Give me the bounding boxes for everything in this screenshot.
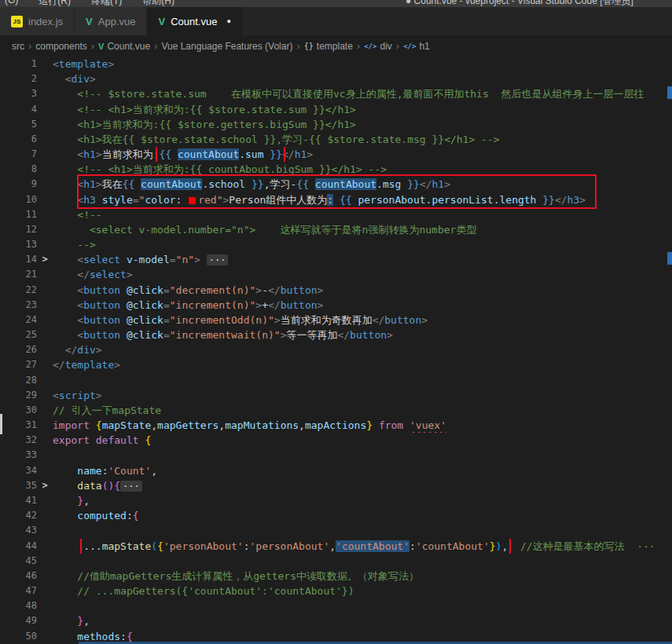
code-line[interactable]: 3 <!-- $store.state.sum 在模板中可以直接使用vc身上的属… bbox=[0, 86, 672, 101]
fold-gutter bbox=[37, 57, 53, 71]
line-number[interactable]: 27 bbox=[0, 357, 37, 372]
code-line[interactable]: 9 <h1>我在{{ countAbout.school }},学习-{{ co… bbox=[0, 177, 672, 192]
code-line[interactable]: 2 <div> bbox=[0, 71, 672, 86]
line-number[interactable]: 49 bbox=[0, 613, 37, 628]
code-line[interactable]: 28 bbox=[0, 373, 672, 388]
line-number[interactable]: 6 bbox=[0, 132, 37, 147]
code-line[interactable]: 30// 引入一下mapState bbox=[0, 403, 672, 418]
breadcrumb-item-vue-language-features-volar-[interactable]: Vue Language Features (Volar) bbox=[161, 41, 292, 52]
code-line[interactable]: 32export default { bbox=[0, 433, 672, 448]
code-line[interactable]: 47 // ...mapGetters({'countAbout':'count… bbox=[0, 584, 672, 598]
breadcrumb-item-div[interactable]: </>div bbox=[364, 41, 392, 52]
code-line[interactable]: 23 <button @click="increment(n)">+</butt… bbox=[0, 298, 672, 313]
line-number[interactable]: 48 bbox=[0, 598, 37, 613]
code-line[interactable]: 13 --> bbox=[0, 237, 672, 252]
line-number[interactable]: 4 bbox=[0, 102, 37, 117]
code-line[interactable]: 41 }, bbox=[0, 493, 672, 508]
fold-chevron-icon[interactable]: > bbox=[37, 478, 53, 493]
menu-item[interactable]: 帮助(H) bbox=[142, 0, 174, 7]
line-number[interactable]: 44 bbox=[0, 539, 37, 554]
code-editor[interactable]: 1<template>2 <div>3 <!-- $store.state.su… bbox=[0, 57, 672, 644]
code-line[interactable]: 21 </select> bbox=[0, 267, 672, 282]
code-token: button bbox=[281, 284, 318, 296]
line-number[interactable]: 3 bbox=[0, 86, 37, 101]
line-number[interactable]: 34 bbox=[0, 463, 37, 478]
line-number[interactable]: 28 bbox=[0, 373, 37, 388]
line-number[interactable]: 7 bbox=[0, 147, 37, 162]
line-number[interactable]: 11 bbox=[0, 207, 37, 222]
code-line[interactable]: 45 bbox=[0, 554, 672, 569]
line-number[interactable]: 46 bbox=[0, 569, 37, 584]
code-line[interactable]: 33 bbox=[0, 448, 672, 463]
line-number[interactable]: 12 bbox=[0, 222, 37, 237]
line-number[interactable]: 45 bbox=[0, 554, 37, 569]
code-line[interactable]: 42 computed:{ bbox=[0, 508, 672, 523]
line-number[interactable]: 42 bbox=[0, 508, 37, 523]
line-number[interactable]: 10 bbox=[0, 192, 37, 207]
code-token bbox=[96, 194, 102, 206]
code-line[interactable]: 14> <select v-model="n"> ··· bbox=[0, 252, 672, 267]
code-token: = bbox=[163, 329, 170, 341]
line-number[interactable]: 43 bbox=[0, 523, 37, 538]
line-number[interactable]: 13 bbox=[0, 237, 37, 252]
breadcrumb-item-h1[interactable]: </>h1 bbox=[403, 41, 430, 52]
line-number[interactable]: 23 bbox=[0, 298, 37, 313]
code-line[interactable]: 11 <!-- bbox=[0, 207, 672, 222]
breadcrumb-item-components[interactable]: components bbox=[35, 41, 86, 52]
line-number[interactable]: 21 bbox=[0, 267, 37, 282]
breadcrumb-item-count-vue[interactable]: VCount.vue bbox=[98, 41, 150, 52]
line-number[interactable]: 30 bbox=[0, 403, 37, 418]
code-line[interactable]: 12 <select v-model.number="n"> 这样写就等于是将n… bbox=[0, 222, 672, 237]
line-number[interactable]: 35 bbox=[0, 478, 37, 493]
code-line[interactable]: 29<script> bbox=[0, 388, 672, 403]
line-number[interactable]: 26 bbox=[0, 342, 37, 357]
line-number[interactable]: 24 bbox=[0, 313, 37, 327]
line-number[interactable]: 32 bbox=[0, 433, 37, 448]
breadcrumb-item-src[interactable]: src bbox=[12, 41, 24, 52]
code-line[interactable]: 48 bbox=[0, 598, 672, 613]
code-line[interactable]: 31import {mapState,mapGetters,mapMutatio… bbox=[0, 418, 672, 433]
code-line[interactable]: 35> data(){··· bbox=[0, 478, 672, 493]
line-number[interactable]: 2 bbox=[0, 71, 37, 86]
line-number[interactable]: 50 bbox=[0, 629, 37, 644]
code-line[interactable]: 46 //借助mapGetters生成计算属性，从getters中读取数据。（对… bbox=[0, 569, 672, 584]
tab-app-vue[interactable]: VApp.vue bbox=[75, 7, 147, 35]
line-number[interactable]: 29 bbox=[0, 388, 37, 403]
line-number[interactable]: 25 bbox=[0, 327, 37, 342]
line-number[interactable]: 47 bbox=[0, 584, 37, 598]
code-line[interactable]: 10 <h3 style="color: red">Person组件中人数为: … bbox=[0, 192, 672, 207]
breadcrumb-item-template[interactable]: {}template bbox=[304, 41, 353, 52]
code-line[interactable]: 7 <h1>当前求和为:{{ countAbout.sum }}</h1> bbox=[0, 147, 672, 162]
code-line[interactable]: 8 <!-- <h1>当前求和为:{{ countAbout.bigSum }}… bbox=[0, 162, 672, 177]
code-line[interactable]: 25 <button @click="incrementwait(n)">等一等… bbox=[0, 327, 672, 342]
line-number[interactable]: 8 bbox=[0, 162, 37, 177]
code-line[interactable]: 49 }, bbox=[0, 613, 672, 628]
code-line[interactable]: 5 <h1>当前求和为:{{ $store.getters.bigSum }}<… bbox=[0, 117, 672, 132]
code-line[interactable]: 43 bbox=[0, 523, 672, 538]
line-number[interactable]: 33 bbox=[0, 448, 37, 463]
code-line[interactable]: 26 </div> bbox=[0, 342, 672, 357]
line-number[interactable]: 5 bbox=[0, 117, 37, 132]
code-line[interactable]: 22 <button @click="decrement(n)">-</butt… bbox=[0, 283, 672, 298]
code-line[interactable]: 34 name:'Count', bbox=[0, 463, 672, 478]
code-line[interactable]: 6 <h1>我在{{ $store.state.school }},学习-{{ … bbox=[0, 132, 672, 147]
tab-index-js[interactable]: JSindex.js bbox=[0, 7, 75, 35]
code-line[interactable]: 4 <!-- <h1>当前求和为:{{ $store.state.sum }}<… bbox=[0, 102, 672, 117]
code-line[interactable]: 24 <button @click="incrementOdd(n)">当前求和… bbox=[0, 313, 672, 327]
fold-chevron-icon[interactable]: > bbox=[37, 252, 53, 267]
code-line[interactable]: 27</template> bbox=[0, 357, 672, 372]
line-number[interactable]: 22 bbox=[0, 283, 37, 298]
menu-item[interactable]: (G) bbox=[5, 0, 18, 7]
line-number[interactable]: 41 bbox=[0, 493, 37, 508]
code-line[interactable]: 1<template> bbox=[0, 57, 672, 71]
code-token: button bbox=[83, 284, 120, 296]
line-number[interactable]: 9 bbox=[0, 177, 37, 192]
line-number[interactable]: 1 bbox=[0, 57, 37, 71]
code-line[interactable]: 44 ...mapState({'personAbout':'personAbo… bbox=[0, 539, 672, 554]
menu-item[interactable]: 运行(R) bbox=[39, 0, 71, 7]
line-number[interactable]: 31 bbox=[0, 418, 37, 433]
color-swatch[interactable] bbox=[189, 197, 196, 204]
menu-item[interactable]: 终端(T) bbox=[91, 0, 122, 7]
tab-count-vue[interactable]: VCount.vue● bbox=[147, 7, 242, 35]
line-number[interactable]: 14 bbox=[0, 252, 37, 267]
